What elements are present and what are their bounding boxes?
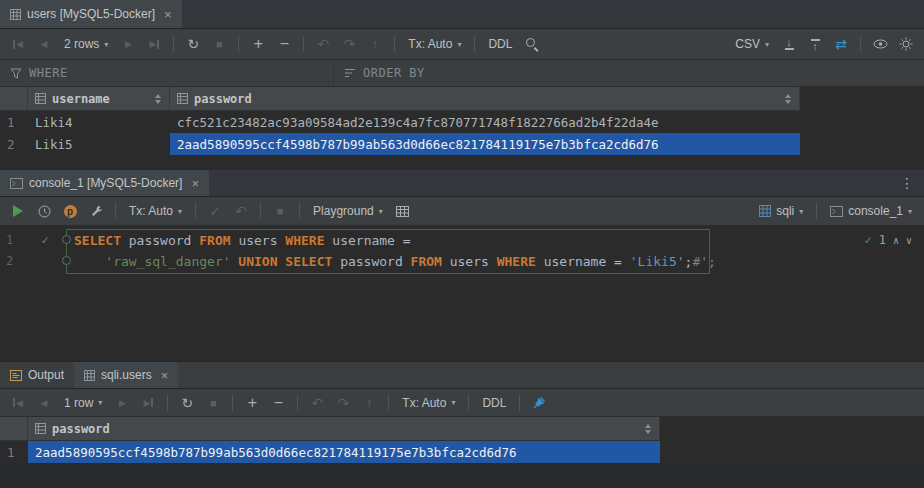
view-options-button[interactable] [391,200,415,222]
add-row-button[interactable]: + [246,33,270,55]
row-number: 2 [0,133,28,155]
last-row-button[interactable]: ▶ [136,392,160,414]
where-filter-input[interactable]: WHERE [0,60,333,86]
sql-code-line[interactable]: SELECT password FROM users WHERE usernam… [64,230,411,251]
column-icon [35,93,46,104]
grid-corner[interactable] [0,417,28,440]
next-row-button[interactable]: ▶ [116,33,140,55]
sort-icon[interactable] [154,93,162,105]
ddl-button[interactable]: DDL [476,396,512,410]
delete-row-button[interactable]: − [266,392,290,414]
separator [299,203,300,219]
console-settings-button[interactable] [84,200,108,222]
next-problem-icon[interactable]: ∨ [906,235,912,246]
next-row-button[interactable]: ▶ [110,392,134,414]
schedule-button[interactable] [32,200,56,222]
line-number: 1 [0,230,26,251]
console-icon [830,206,843,217]
tab-output[interactable]: Output [0,362,74,388]
cell-password[interactable]: cfc521c23482ac93a09584ad2e139c4a7fc87077… [170,111,800,133]
cell-username[interactable]: Liki4 [28,111,170,133]
sort-lines-icon [344,68,356,78]
table-row: 2 Liki5 2aad5890595ccf4598b787b99ab563d0… [0,133,800,155]
submit-button[interactable]: ↑ [363,33,387,55]
column-header-username[interactable]: username [28,87,170,110]
cell-username[interactable]: Liki5 [28,133,170,155]
cell-password-selected[interactable]: 2aad5890595ccf4598b787b99ab563d0d66ec821… [170,133,800,155]
pin-tab-button[interactable] [527,392,551,414]
tab-sqli-users[interactable]: sqli.users × [74,362,178,388]
editor-tab-bar: users [MySQL5-Docker] × [0,0,924,29]
line-number: 2 [0,251,26,272]
add-row-button[interactable]: + [240,392,264,414]
grid-corner[interactable] [0,87,28,110]
sql-editor[interactable]: 1 ✓ SELECT password FROM users WHERE use… [0,226,924,362]
tx-mode-dropdown[interactable]: Tx: Auto▾ [396,396,461,410]
import-button[interactable]: ↑ [803,33,827,55]
sort-icon[interactable] [644,423,652,435]
stop-button[interactable]: ■ [207,33,231,55]
csv-format-dropdown[interactable]: CSV▾ [729,37,775,51]
first-row-button[interactable]: ◀ [6,392,30,414]
refresh-button[interactable]: ↻ [175,392,199,414]
previous-problem-icon[interactable]: ∧ [893,235,899,246]
tab-users-grid[interactable]: users [MySQL5-Docker] × [0,0,182,28]
separator [115,203,116,219]
delete-row-button[interactable]: − [272,33,296,55]
undo-button[interactable]: ↶ [305,392,329,414]
separator [303,36,304,52]
more-options-icon[interactable]: ⋮ [890,170,924,196]
table-row: 1 2aad5890595ccf4598b787b99ab563d0d66ec8… [0,441,660,463]
view-button[interactable] [868,33,892,55]
profiler-button[interactable]: p [58,200,82,222]
undo-button[interactable]: ↶ [311,33,335,55]
rows-count-dropdown[interactable]: 2 rows▾ [58,37,114,51]
console-session-dropdown[interactable]: console_1 ▾ [824,204,918,218]
statement-gutter-dot[interactable] [62,256,71,265]
sort-icon[interactable] [784,93,792,105]
column-header-password[interactable]: password [28,417,660,440]
database-dropdown[interactable]: sqli ▾ [753,204,809,218]
chevron-down-icon: ▾ [908,207,912,216]
export-button[interactable]: ↓ [777,33,801,55]
commit-button[interactable]: ✓ [203,200,227,222]
previous-row-button[interactable]: ◀ [32,33,56,55]
statement-gutter-dot[interactable] [62,235,71,244]
code-line[interactable]: 1 ✓ SELECT password FROM users WHERE use… [0,230,924,251]
redo-button[interactable]: ↷ [337,33,361,55]
tab-console-1[interactable]: console_1 [MySQL5-Docker] × [0,170,209,196]
cell-password-selected[interactable]: 2aad5890595ccf4598b787b99ab563d0d66ec821… [28,441,660,463]
close-icon[interactable]: × [191,176,199,191]
rows-count-dropdown[interactable]: 1 row▾ [58,396,108,410]
pin-icon [533,396,546,409]
code-line[interactable]: 2 'raw_sql_danger' UNION SELECT password… [0,251,924,272]
chevron-down-icon: ▾ [457,40,461,49]
submit-button[interactable]: ↑ [357,392,381,414]
console-toolbar: p Tx: Auto▾ ✓ ↶ ■ Playground▾ sqli ▾ con… [0,197,924,226]
column-header-password[interactable]: password [170,87,800,110]
inspection-widget: ✓ 1 ∧ ∨ [864,233,912,247]
tx-mode-dropdown[interactable]: Tx: Auto▾ [402,37,467,51]
separator [860,36,861,52]
previous-row-button[interactable]: ◀ [32,392,56,414]
close-icon[interactable]: × [161,368,169,383]
compare-button[interactable]: ⇄ [829,33,853,55]
settings-button[interactable] [894,33,918,55]
ddl-button[interactable]: DDL [482,37,518,51]
separator [474,36,475,52]
chevron-down-icon: ▾ [178,207,182,216]
stop-button[interactable]: ■ [201,392,225,414]
playground-dropdown[interactable]: Playground▾ [307,204,389,218]
search-button[interactable] [520,33,544,55]
order-by-filter-input[interactable]: ORDER BY [333,60,924,86]
run-button[interactable] [6,200,30,222]
stop-button[interactable]: ■ [268,200,292,222]
redo-button[interactable]: ↷ [331,392,355,414]
refresh-button[interactable]: ↻ [181,33,205,55]
close-icon[interactable]: × [164,7,172,22]
tx-mode-dropdown[interactable]: Tx: Auto▾ [123,204,188,218]
last-row-button[interactable]: ▶ [142,33,166,55]
first-row-button[interactable]: ◀ [6,33,30,55]
rollback-button[interactable]: ↶ [229,200,253,222]
sql-code-line[interactable]: 'raw_sql_danger' UNION SELECT password F… [64,251,716,272]
